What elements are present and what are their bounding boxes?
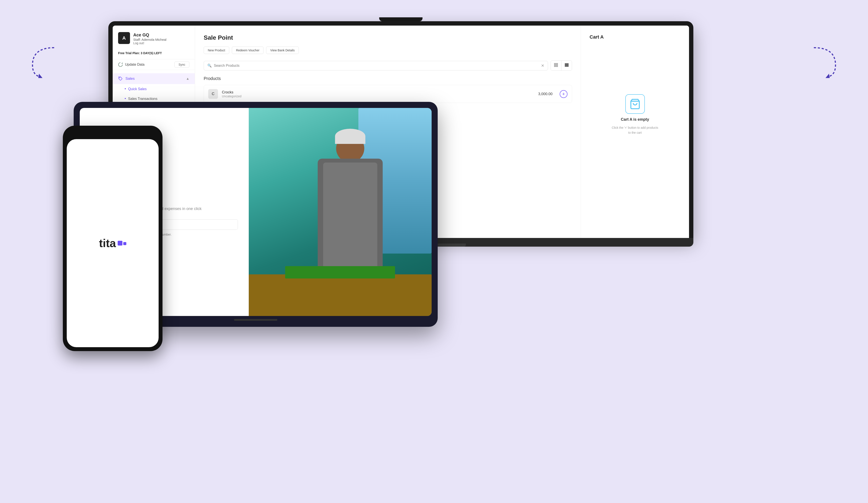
- phone-logo: tita: [99, 237, 126, 250]
- redeem-voucher-button[interactable]: Redeem Voucher: [232, 47, 264, 54]
- phone-sq2: [123, 242, 126, 245]
- search-row: 🔍 ✕: [204, 61, 572, 71]
- tablet-image-side: [249, 108, 432, 316]
- sales-label: Sales: [125, 76, 135, 81]
- new-product-button[interactable]: New Product: [204, 47, 229, 54]
- product-category: Uncategorized: [222, 94, 534, 98]
- grid-view-button[interactable]: [551, 61, 561, 70]
- view-bank-details-button[interactable]: View Bank Details: [266, 47, 299, 54]
- user-name: Ace GQ: [133, 32, 166, 38]
- expand-icon: ▲: [186, 77, 189, 81]
- cart-empty-title: Cart A is empty: [621, 117, 649, 122]
- svg-rect-4: [555, 63, 556, 65]
- svg-rect-6: [555, 65, 556, 67]
- product-price: 3,000.00: [538, 92, 552, 96]
- tag-icon: [118, 76, 123, 81]
- user-avatar: A: [118, 32, 130, 44]
- store-scene: [249, 108, 432, 316]
- phone-outer: tita: [63, 126, 163, 351]
- svg-rect-5: [556, 63, 558, 65]
- barcode-view-button[interactable]: [561, 61, 572, 70]
- phone-logo-text: tita: [99, 237, 116, 250]
- tablet-bottom-bar: [234, 319, 277, 321]
- cart-title: Cart A: [590, 34, 680, 40]
- svg-point-2: [120, 78, 120, 78]
- product-thumbnail: C: [208, 89, 218, 99]
- svg-rect-7: [556, 65, 558, 67]
- cutting-board: [285, 266, 395, 279]
- page-scene: A Ace GQ Staff: Ademola Micheal Log out!…: [0, 0, 868, 503]
- trial-banner: Free Trial Plan: 3 DAY(S) LEFT: [113, 49, 195, 59]
- sidebar-user-section: A Ace GQ Staff: Ademola Micheal Log out!: [113, 25, 195, 49]
- update-data-label: Update Data: [125, 63, 145, 66]
- phone-screen: tita: [67, 139, 158, 347]
- user-staff: Staff: Ademola Micheal: [133, 38, 166, 41]
- phone-logo-squares: [118, 241, 126, 246]
- add-product-button[interactable]: +: [560, 90, 567, 98]
- sale-actions: New Product Redeem Voucher View Bank Det…: [204, 47, 572, 54]
- logout-link[interactable]: Log out!: [133, 41, 166, 45]
- phone-notch: [97, 130, 128, 136]
- search-icon: 🔍: [207, 63, 212, 68]
- search-input[interactable]: [214, 64, 539, 68]
- sync-label: Update Data: [118, 62, 145, 67]
- product-name: Crocks: [222, 90, 534, 94]
- search-box[interactable]: 🔍 ✕: [204, 61, 548, 70]
- nav-item-sales[interactable]: Sales ▲: [113, 73, 195, 84]
- view-toggle: [550, 61, 572, 71]
- sidebar-sync: Update Data Sync: [113, 59, 195, 70]
- user-info: Ace GQ Staff: Ademola Micheal Log out!: [133, 32, 166, 45]
- cart-empty-state: Cart A is empty Click the '+' button to …: [590, 47, 680, 183]
- clear-icon[interactable]: ✕: [541, 63, 544, 68]
- deco-arrow-left: [28, 43, 59, 79]
- phone-device: tita: [63, 126, 163, 351]
- sale-point-title: Sale Point: [204, 34, 572, 41]
- laptop-notch: [379, 17, 423, 21]
- cart-panel: Cart A Cart A is empty Click the '+' but…: [581, 25, 689, 238]
- nav-sub-quick-sales[interactable]: Quick Sales: [113, 84, 195, 94]
- cart-empty-subtitle: Click the '+' button to add products to …: [611, 125, 659, 135]
- product-info: Crocks Uncategorized: [222, 90, 534, 98]
- phone-sq1: [118, 241, 122, 246]
- cart-icon-wrap: [625, 94, 645, 114]
- deco-arrow-right: [809, 43, 840, 79]
- product-row: C Crocks Uncategorized 3,000.00 +: [204, 85, 572, 103]
- counter: [249, 274, 432, 316]
- products-label: Products: [204, 76, 572, 81]
- svg-marker-1: [825, 74, 830, 78]
- sync-button[interactable]: Sync: [174, 62, 189, 68]
- svg-marker-0: [38, 74, 43, 78]
